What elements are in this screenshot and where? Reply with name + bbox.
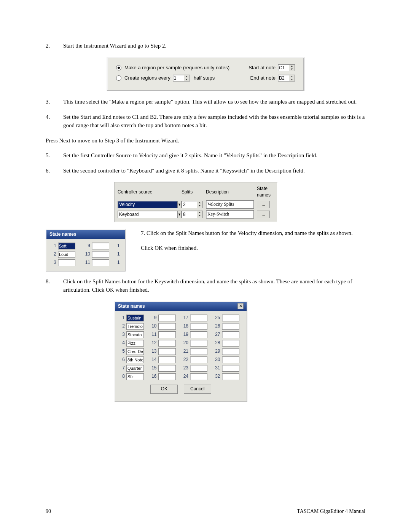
state-name-input[interactable] — [222, 340, 239, 347]
state-index: 15 — [150, 365, 157, 371]
splits-spinner-1[interactable]: ▲ ▼ — [197, 201, 203, 208]
state-name-input[interactable] — [158, 348, 176, 355]
state-name-input[interactable] — [158, 356, 176, 363]
splits-input-2[interactable] — [182, 211, 197, 218]
state-cell: 1 — [49, 243, 82, 249]
step-text-7b: Click OK when finished. — [141, 244, 365, 252]
state-name-input[interactable] — [158, 315, 176, 321]
state-name-input[interactable] — [222, 373, 239, 380]
hdr-splits: Splits — [182, 189, 203, 195]
controller-source-combo-1[interactable] — [118, 201, 178, 208]
state-name-input[interactable] — [222, 323, 239, 330]
spin-up-icon[interactable]: ▲ — [184, 75, 190, 78]
state-name-input[interactable] — [126, 331, 144, 338]
state-index: 17 — [182, 315, 188, 321]
state-name-input[interactable] — [190, 373, 207, 380]
controller-row: ▼ ▲ ▼ ... — [118, 200, 274, 209]
chevron-down-icon[interactable]: ▼ — [178, 211, 182, 218]
state-cell: 29 — [213, 348, 244, 355]
state-name-input[interactable] — [92, 243, 109, 249]
step-number-6: 6. — [46, 167, 63, 175]
state-cell: 26 — [213, 323, 244, 330]
spin-up-icon[interactable]: ▲ — [289, 65, 295, 68]
ok-button[interactable]: OK — [150, 385, 178, 394]
step-number-3: 3. — [46, 98, 63, 106]
chevron-down-icon[interactable]: ▼ — [178, 201, 182, 208]
state-name-input[interactable] — [190, 315, 207, 321]
half-steps-spinner[interactable]: ▲ ▼ — [184, 75, 190, 81]
state-name-input[interactable] — [58, 251, 75, 258]
radio-create-every[interactable] — [116, 75, 121, 81]
spin-down-icon[interactable]: ▼ — [184, 78, 190, 81]
state-index: 18 — [182, 323, 188, 329]
panel-title: State names — [118, 303, 145, 310]
radio-per-sample[interactable] — [116, 65, 121, 70]
state-index: 32 — [213, 373, 220, 380]
state-name-input[interactable] — [222, 356, 239, 363]
state-name-input[interactable] — [190, 348, 207, 355]
state-name-input[interactable] — [158, 365, 176, 372]
spin-up-icon[interactable]: ▲ — [197, 201, 202, 204]
state-name-input[interactable] — [222, 348, 239, 355]
state-index: 8 — [118, 373, 125, 380]
state-index: 22 — [182, 356, 188, 363]
spin-down-icon[interactable]: ▼ — [289, 78, 295, 81]
state-index: 12 — [150, 340, 157, 346]
state-name-input[interactable] — [158, 340, 176, 347]
splits-input-1[interactable] — [182, 201, 197, 208]
state-names-button-1[interactable]: ... — [257, 201, 270, 208]
state-cell: 21 — [182, 348, 212, 355]
state-name-input[interactable] — [126, 365, 144, 372]
state-name-input[interactable] — [190, 365, 207, 372]
state-name-input[interactable] — [158, 331, 176, 338]
press-next-text: Press Next to move on to Step 3 of the I… — [46, 137, 365, 145]
state-names-button-2[interactable]: ... — [257, 211, 270, 218]
half-steps-input[interactable] — [173, 75, 184, 81]
state-tail: 1 — [117, 251, 122, 257]
region-options-panel: Make a region per sample (requires unity… — [107, 57, 304, 91]
spin-up-icon[interactable]: ▲ — [289, 75, 295, 78]
controller-source-combo-2[interactable] — [118, 211, 178, 218]
state-name-input[interactable] — [158, 323, 176, 330]
state-cell: 2 — [118, 323, 148, 330]
state-name-input[interactable] — [190, 356, 207, 363]
start-note-spinner[interactable]: ▲ ▼ — [289, 64, 295, 71]
state-name-input[interactable] — [222, 365, 239, 372]
state-name-input[interactable] — [126, 340, 144, 347]
start-note-input[interactable] — [278, 64, 289, 71]
state-name-input[interactable] — [58, 259, 75, 266]
state-cell: 25 — [213, 315, 244, 321]
spin-down-icon[interactable]: ▼ — [197, 214, 202, 217]
splits-spinner-2[interactable]: ▲ ▼ — [197, 211, 203, 218]
close-icon[interactable]: ✕ — [237, 303, 244, 309]
cancel-button[interactable]: Cancel — [184, 385, 211, 394]
state-cell: 9 — [150, 315, 180, 321]
spin-down-icon[interactable]: ▼ — [197, 204, 202, 207]
state-name-input[interactable] — [92, 259, 109, 266]
state-name-input[interactable] — [222, 315, 239, 321]
state-index: 9 — [83, 243, 90, 249]
state-cell: 27 — [213, 331, 244, 338]
state-name-input[interactable] — [190, 340, 207, 347]
end-note-spinner[interactable]: ▲ ▼ — [289, 75, 295, 81]
state-name-input[interactable] — [126, 315, 144, 321]
state-index: 6 — [118, 356, 125, 363]
end-note-input[interactable] — [278, 75, 289, 81]
controller-row: ▼ ▲ ▼ ... — [118, 210, 274, 219]
state-name-input[interactable] — [92, 251, 109, 258]
description-input-1[interactable] — [206, 200, 254, 209]
state-name-input[interactable] — [126, 348, 144, 355]
state-name-input[interactable] — [190, 323, 207, 330]
state-name-input[interactable] — [190, 331, 207, 338]
state-name-input[interactable] — [126, 323, 144, 330]
spin-down-icon[interactable]: ▼ — [289, 68, 295, 71]
hdr-state-names: State names — [257, 185, 280, 199]
state-name-input[interactable] — [158, 373, 176, 380]
state-name-input[interactable] — [126, 373, 144, 380]
description-input-2[interactable] — [206, 210, 254, 219]
spin-up-icon[interactable]: ▲ — [197, 211, 202, 214]
state-cell: 1 — [118, 315, 148, 321]
state-name-input[interactable] — [58, 243, 75, 249]
state-name-input[interactable] — [126, 356, 144, 363]
state-name-input[interactable] — [222, 331, 239, 338]
